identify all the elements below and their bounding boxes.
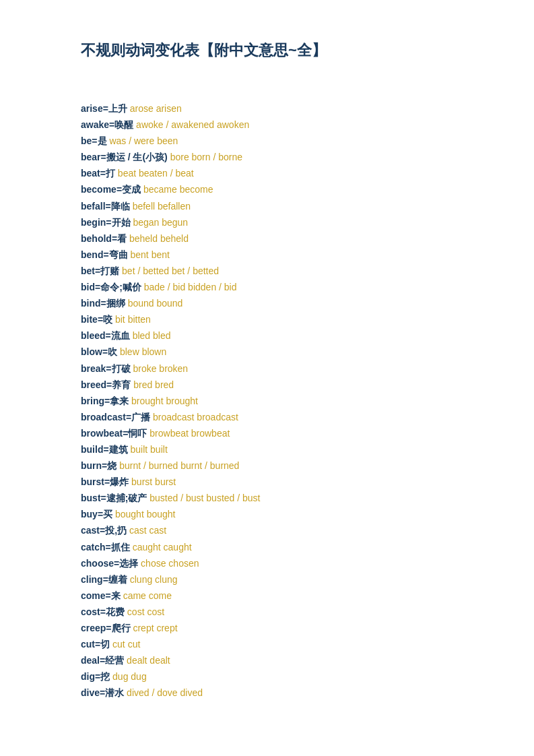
word-list: arise=上升 arose arisenawake=唤醒 awoke / aw… xyxy=(81,101,453,701)
list-item: bust=逮捕;破产 busted / bust busted / bust xyxy=(81,491,453,506)
word-forms: beat beaten / beat xyxy=(118,168,194,179)
word-base: creep=爬行 xyxy=(81,623,131,633)
list-item: come=来 came come xyxy=(81,588,453,604)
word-base: buy=买 xyxy=(81,509,112,519)
word-base: blow=吹 xyxy=(81,346,117,357)
word-base: dig=挖 xyxy=(81,671,110,682)
word-base: cling=缠着 xyxy=(81,574,127,585)
word-forms: awoke / awakened awoken xyxy=(136,119,249,130)
list-item: bet=打赌 bet / betted bet / betted xyxy=(81,263,453,279)
list-item: cling=缠着 clung clung xyxy=(81,572,453,588)
word-base: behold=看 xyxy=(81,233,127,244)
list-item: catch=抓住 caught caught xyxy=(81,540,453,555)
word-base: build=建筑 xyxy=(81,444,128,455)
word-forms: brought brought xyxy=(131,396,198,406)
list-item: befall=降临 befell befallen xyxy=(81,199,453,214)
word-forms: burst burst xyxy=(131,476,176,487)
word-forms: bent bent xyxy=(131,249,170,260)
word-base: dive=潜水 xyxy=(81,687,124,698)
list-item: blow=吹 blew blown xyxy=(81,344,453,360)
word-base: come=来 xyxy=(81,590,121,601)
word-base: deal=经营 xyxy=(81,655,124,666)
list-item: bend=弯曲 bent bent xyxy=(81,247,453,263)
word-forms: crept crept xyxy=(133,623,177,633)
word-forms: bore born / borne xyxy=(170,152,242,162)
word-forms: bet / betted bet / betted xyxy=(122,265,219,276)
list-item: bear=搬运 / 生(小孩) bore born / borne xyxy=(81,150,453,165)
list-item: choose=选择 chose chosen xyxy=(81,556,453,571)
list-item: bind=捆绑 bound bound xyxy=(81,296,453,311)
word-forms: bought bought xyxy=(115,509,176,519)
list-item: browbeat=恫吓 browbeat browbeat xyxy=(81,426,453,441)
list-item: cast=投,扔 cast cast xyxy=(81,523,453,538)
word-base: begin=开始 xyxy=(81,217,131,228)
word-base: bend=弯曲 xyxy=(81,249,128,260)
word-base: catch=抓住 xyxy=(81,542,130,553)
list-item: breed=养育 bred bred xyxy=(81,377,453,393)
word-forms: was / were been xyxy=(109,135,178,146)
list-item: broadcast=广播 broadcast broadcast xyxy=(81,410,453,425)
list-item: awake=唤醒 awoke / awakened awoken xyxy=(81,117,453,133)
word-base: burn=烧 xyxy=(81,460,116,471)
word-base: cast=投,扔 xyxy=(81,525,127,536)
list-item: dig=挖 dug dug xyxy=(81,669,453,685)
word-forms: blew blown xyxy=(120,346,166,357)
list-item: bring=拿来 brought brought xyxy=(81,393,453,409)
word-base: be=是 xyxy=(81,135,107,146)
word-base: bust=逮捕;破产 xyxy=(81,493,147,503)
word-base: awake=唤醒 xyxy=(81,119,133,130)
list-item: beat=打 beat beaten / beat xyxy=(81,166,453,181)
word-base: cut=切 xyxy=(81,639,110,650)
list-item: be=是 was / were been xyxy=(81,133,453,149)
word-forms: built built xyxy=(131,444,168,455)
word-base: bear=搬运 / 生(小孩) xyxy=(81,152,168,162)
list-item: deal=经营 dealt dealt xyxy=(81,653,453,668)
word-forms: befell befallen xyxy=(133,201,191,212)
word-base: bet=打赌 xyxy=(81,265,119,276)
list-item: begin=开始 began begun xyxy=(81,215,453,230)
list-item: cut=切 cut cut xyxy=(81,637,453,652)
word-forms: dealt dealt xyxy=(127,655,170,666)
word-forms: became become xyxy=(143,184,213,195)
word-base: bring=拿来 xyxy=(81,396,129,406)
list-item: buy=买 bought bought xyxy=(81,507,453,522)
word-forms: came come xyxy=(123,590,172,601)
word-forms: bade / bid bidden / bid xyxy=(144,282,237,292)
word-base: cost=花费 xyxy=(81,606,125,617)
list-item: bleed=流血 bled bled xyxy=(81,328,453,344)
word-forms: burnt / burned burnt / burned xyxy=(119,460,239,471)
word-base: break=打破 xyxy=(81,363,131,374)
word-base: choose=选择 xyxy=(81,558,138,569)
word-forms: cost cost xyxy=(127,606,164,617)
word-forms: bound bound xyxy=(128,298,183,309)
list-item: dive=潜水 dived / dove dived xyxy=(81,685,453,701)
list-item: arise=上升 arose arisen xyxy=(81,101,453,117)
word-base: arise=上升 xyxy=(81,103,127,114)
word-forms: busted / bust busted / bust xyxy=(149,493,260,503)
list-item: build=建筑 built built xyxy=(81,442,453,458)
word-base: broadcast=广播 xyxy=(81,412,150,422)
list-item: creep=爬行 crept crept xyxy=(81,621,453,636)
word-forms: began begun xyxy=(133,217,188,228)
word-base: burst=爆炸 xyxy=(81,476,129,487)
word-forms: cut cut xyxy=(112,639,140,650)
word-forms: broke broken xyxy=(133,363,188,374)
list-item: burn=烧 burnt / burned burnt / burned xyxy=(81,458,453,474)
word-forms: browbeat browbeat xyxy=(149,428,230,439)
word-forms: broadcast broadcast xyxy=(153,412,238,422)
word-base: browbeat=恫吓 xyxy=(81,428,147,439)
word-base: bite=咬 xyxy=(81,314,112,325)
word-forms: dug dug xyxy=(112,671,147,682)
word-base: breed=养育 xyxy=(81,379,131,390)
list-item: become=变成 became become xyxy=(81,182,453,197)
word-base: bid=命令;喊价 xyxy=(81,282,141,292)
word-base: bleed=流血 xyxy=(81,330,130,341)
word-forms: beheld beheld xyxy=(129,233,189,244)
word-forms: bit bitten xyxy=(115,314,151,325)
word-forms: chose chosen xyxy=(141,558,199,569)
word-base: become=变成 xyxy=(81,184,141,195)
list-item: bite=咬 bit bitten xyxy=(81,312,453,327)
word-forms: cast cast xyxy=(129,525,166,536)
list-item: cost=花费 cost cost xyxy=(81,604,453,620)
word-base: beat=打 xyxy=(81,168,115,179)
